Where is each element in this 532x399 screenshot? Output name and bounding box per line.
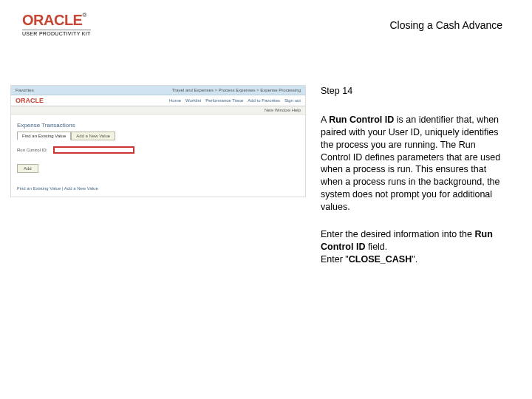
shot-sub-bar: New Window Help [11, 106, 305, 115]
shot-breadcrumb-bar: Favorites Travel and Expenses > Process … [11, 86, 305, 95]
oracle-logo-tm: ® [82, 12, 86, 18]
shot-breadcrumb: Travel and Expenses > Process Expenses >… [172, 88, 301, 92]
shot-field-label: Run Control ID: [17, 148, 47, 152]
shot-body: Expense Transactions Find an Existing Va… [11, 115, 305, 197]
shot-section-title: Expense Transactions [17, 122, 299, 129]
instruction-para-1: A Run Control ID is an identifier that, … [321, 114, 502, 214]
run-control-id-input[interactable] [53, 146, 134, 154]
p2-a: Enter the desired information into the [321, 229, 474, 239]
p1-c: is an identifier that, when paired with … [321, 115, 500, 212]
shot-fav-label: Favorites [16, 88, 34, 92]
shot-tab-find: Find an Existing Value [17, 132, 71, 140]
shot-field-row: Run Control ID: [17, 146, 299, 154]
shot-nav-links: Home Worklist Performance Trace Add to F… [169, 98, 301, 103]
p3-b: CLOSE_CASH [349, 254, 412, 265]
page-header: ORACLE® USER PRODUCTIVITY KIT Closing a … [0, 0, 532, 41]
shot-link-home: Home [169, 98, 181, 103]
instructions-column: Step 14 A Run Control ID is an identifie… [321, 85, 502, 281]
shot-link-fav: Add to Favorites [248, 98, 280, 103]
oracle-logo: ORACLE® [22, 12, 91, 29]
shot-link-worklist: Worklist [185, 98, 201, 103]
shot-oracle-logo: ORACLE [16, 97, 44, 104]
p2-c: field. [365, 242, 387, 252]
upk-subtitle: USER PRODUCTIVITY KIT [22, 30, 91, 36]
screenshot-column: Favorites Travel and Expenses > Process … [10, 85, 306, 281]
main-content: Favorites Travel and Expenses > Process … [0, 41, 532, 281]
p1-a: A [321, 115, 329, 125]
page-title: Closing a Cash Advance [389, 19, 502, 31]
shot-finder-links: Find an Existing Value | Add a New Value [17, 186, 299, 191]
oracle-logo-text: ORACLE [22, 12, 82, 28]
shot-link-signout: Sign out [284, 98, 301, 103]
step-label: Step 14 [321, 85, 502, 98]
p3-c: ". [412, 254, 417, 265]
p1-b: Run Control ID [329, 115, 394, 125]
p3-a: Enter " [321, 254, 349, 265]
shot-tab-add: Add a New Value [71, 132, 115, 140]
shot-link-perf: Performance Trace [205, 98, 243, 103]
embedded-screenshot: Favorites Travel and Expenses > Process … [10, 85, 306, 197]
shot-tab-row: Find an Existing Value Add a New Value [17, 132, 299, 140]
instruction-para-2: Enter the desired information into the R… [321, 228, 502, 266]
oracle-logo-block: ORACLE® USER PRODUCTIVITY KIT [22, 12, 91, 36]
shot-add-button: Add [17, 164, 38, 173]
shot-oracle-bar: ORACLE Home Worklist Performance Trace A… [11, 95, 305, 106]
